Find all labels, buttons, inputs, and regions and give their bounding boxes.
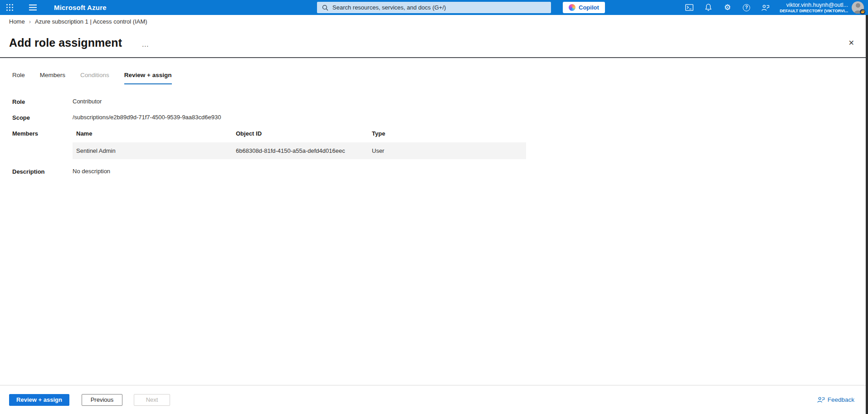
table-row[interactable]: Sentinel Admin 6b68308d-81fd-4150-a55a-d… [73,142,526,159]
help-button[interactable]: ? [737,0,756,15]
scope-label: Scope [12,114,73,121]
scope-value: /subscriptions/e2b89d9d-71f7-4500-9539-9… [73,114,221,121]
feedback-topbar-button[interactable] [756,0,775,15]
role-label: Role [12,98,73,105]
notifications-button[interactable] [699,0,718,15]
tab-review-assign[interactable]: Review + assign [124,72,172,84]
page-title: Add role assignment [9,36,122,49]
column-header-object-id: Object ID [232,130,368,137]
cloud-shell-button[interactable] [680,0,699,15]
role-value: Contributor [73,98,102,105]
member-name-cell: Sentinel Admin [73,147,232,154]
search-input[interactable] [332,4,546,11]
app-launcher-icon [6,4,14,11]
breadcrumb-current-link[interactable]: Azure subscription 1 | Access control (I… [35,18,147,25]
role-row: Role Contributor [12,98,868,105]
copilot-label: Copilot [579,4,599,11]
feedback-person-icon [761,4,770,11]
scope-row: Scope /subscriptions/e2b89d9d-71f7-4500-… [12,114,868,121]
account-email: viktor.vinh.huynh@outl... [786,2,848,9]
feedback-label: Feedback [828,396,854,403]
account-directory: DEFAULT DIRECTORY (VIKTORVI... [780,9,848,14]
hamburger-menu-button[interactable] [23,0,42,15]
tab-role[interactable]: Role [12,72,25,84]
breadcrumb-separator-icon: › [29,18,31,25]
copilot-button[interactable]: Copilot [563,2,605,13]
avatar[interactable] [852,1,864,14]
member-type-cell: User [368,147,526,154]
close-icon[interactable]: ✕ [845,37,858,49]
more-options-button[interactable]: … [141,41,150,48]
settings-gear-icon: ⚙ [724,4,731,11]
window-edge [866,15,868,414]
copilot-icon [569,4,575,11]
tab-members[interactable]: Members [40,72,65,84]
help-icon: ? [743,4,750,11]
global-search [317,2,551,13]
azure-portal-window: Microsoft Azure Copilot [0,0,868,414]
lock-badge-icon [860,9,865,15]
wizard-tabs: Role Members Conditions Review + assign [0,58,868,84]
description-label: Description [12,168,73,175]
search-icon [322,5,328,11]
members-label: Members [12,130,73,137]
hamburger-icon [29,5,37,10]
review-summary: Role Contributor Scope /subscriptions/e2… [0,84,868,175]
column-header-name: Name [73,130,232,137]
app-launcher-button[interactable] [0,0,19,15]
notifications-bell-icon [705,4,712,11]
cloud-shell-icon [685,4,693,11]
previous-button[interactable]: Previous [82,394,122,406]
blade-header: Add role assignment … ✕ [0,28,868,57]
settings-button[interactable]: ⚙ [718,0,737,15]
description-row: Description No description [12,168,868,175]
feedback-link[interactable]: Feedback [817,396,854,403]
members-table-header: Name Object ID Type [73,130,526,142]
search-box[interactable] [317,2,551,13]
description-value: No description [73,168,110,175]
breadcrumb: Home › Azure subscription 1 | Access con… [0,15,868,28]
members-row: Members Name Object ID Type Sentinel Adm… [12,130,868,159]
next-button: Next [134,394,170,406]
column-header-type: Type [368,130,526,137]
account-info[interactable]: viktor.vinh.huynh@outl... DEFAULT DIRECT… [780,2,848,14]
members-table: Name Object ID Type Sentinel Admin 6b683… [73,130,526,159]
topbar: Microsoft Azure Copilot [0,0,868,15]
breadcrumb-home-link[interactable]: Home [9,18,25,25]
wizard-footer: Review + assign Previous Next Feedback [0,385,868,414]
member-object-id-cell: 6b68308d-81fd-4150-a55a-defd4d016eec [232,147,368,154]
tab-conditions: Conditions [80,72,109,84]
brand-title[interactable]: Microsoft Azure [54,4,107,11]
topbar-right: ⚙ ? viktor.vinh.huynh@outl... DEFAULT DI… [680,0,868,15]
review-assign-button[interactable]: Review + assign [9,394,69,406]
feedback-icon [817,396,825,403]
